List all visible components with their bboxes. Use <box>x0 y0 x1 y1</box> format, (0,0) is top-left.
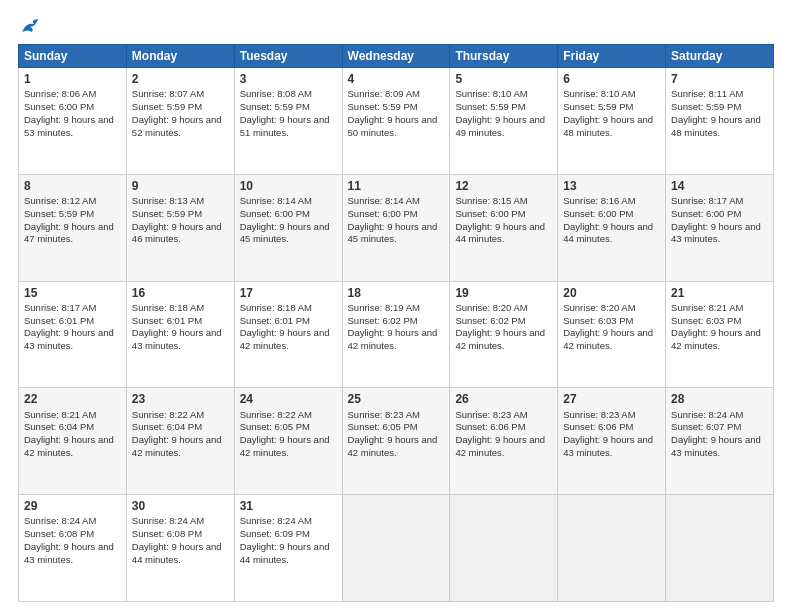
daylight-text: Daylight: 9 hours and 53 minutes. <box>24 114 114 138</box>
header-row: SundayMondayTuesdayWednesdayThursdayFrid… <box>19 45 774 68</box>
calendar-cell: 6Sunrise: 8:10 AMSunset: 5:59 PMDaylight… <box>558 68 666 175</box>
calendar-cell: 31Sunrise: 8:24 AMSunset: 6:09 PMDayligh… <box>234 495 342 602</box>
sunrise-text: Sunrise: 8:20 AM <box>455 302 527 313</box>
sunset-text: Sunset: 5:59 PM <box>132 208 202 219</box>
sunrise-text: Sunrise: 8:15 AM <box>455 195 527 206</box>
daylight-text: Daylight: 9 hours and 45 minutes. <box>348 221 438 245</box>
calendar-cell: 26Sunrise: 8:23 AMSunset: 6:06 PMDayligh… <box>450 388 558 495</box>
calendar-cell <box>450 495 558 602</box>
daylight-text: Daylight: 9 hours and 50 minutes. <box>348 114 438 138</box>
sunset-text: Sunset: 5:59 PM <box>563 101 633 112</box>
sunrise-text: Sunrise: 8:22 AM <box>132 409 204 420</box>
daylight-text: Daylight: 9 hours and 52 minutes. <box>132 114 222 138</box>
day-number: 7 <box>671 71 768 87</box>
sunrise-text: Sunrise: 8:20 AM <box>563 302 635 313</box>
sunrise-text: Sunrise: 8:07 AM <box>132 88 204 99</box>
sunset-text: Sunset: 6:05 PM <box>348 421 418 432</box>
calendar-cell: 21Sunrise: 8:21 AMSunset: 6:03 PMDayligh… <box>666 281 774 388</box>
day-number: 2 <box>132 71 229 87</box>
sunset-text: Sunset: 6:08 PM <box>24 528 94 539</box>
sunrise-text: Sunrise: 8:19 AM <box>348 302 420 313</box>
day-number: 24 <box>240 391 337 407</box>
daylight-text: Daylight: 9 hours and 42 minutes. <box>240 327 330 351</box>
sunset-text: Sunset: 6:05 PM <box>240 421 310 432</box>
day-number: 17 <box>240 285 337 301</box>
calendar-cell: 28Sunrise: 8:24 AMSunset: 6:07 PMDayligh… <box>666 388 774 495</box>
calendar-cell: 11Sunrise: 8:14 AMSunset: 6:00 PMDayligh… <box>342 174 450 281</box>
sunrise-text: Sunrise: 8:21 AM <box>24 409 96 420</box>
day-number: 1 <box>24 71 121 87</box>
day-number: 21 <box>671 285 768 301</box>
calendar-cell: 8Sunrise: 8:12 AMSunset: 5:59 PMDaylight… <box>19 174 127 281</box>
week-row-1: 1Sunrise: 8:06 AMSunset: 6:00 PMDaylight… <box>19 68 774 175</box>
day-number: 30 <box>132 498 229 514</box>
week-row-4: 22Sunrise: 8:21 AMSunset: 6:04 PMDayligh… <box>19 388 774 495</box>
sunrise-text: Sunrise: 8:12 AM <box>24 195 96 206</box>
daylight-text: Daylight: 9 hours and 42 minutes. <box>455 327 545 351</box>
calendar-cell: 10Sunrise: 8:14 AMSunset: 6:00 PMDayligh… <box>234 174 342 281</box>
sunset-text: Sunset: 6:00 PM <box>671 208 741 219</box>
sunset-text: Sunset: 5:59 PM <box>348 101 418 112</box>
calendar-cell: 12Sunrise: 8:15 AMSunset: 6:00 PMDayligh… <box>450 174 558 281</box>
daylight-text: Daylight: 9 hours and 43 minutes. <box>24 327 114 351</box>
calendar-cell <box>558 495 666 602</box>
daylight-text: Daylight: 9 hours and 42 minutes. <box>24 434 114 458</box>
day-number: 22 <box>24 391 121 407</box>
daylight-text: Daylight: 9 hours and 42 minutes. <box>132 434 222 458</box>
calendar-cell: 9Sunrise: 8:13 AMSunset: 5:59 PMDaylight… <box>126 174 234 281</box>
sunrise-text: Sunrise: 8:09 AM <box>348 88 420 99</box>
sunset-text: Sunset: 6:03 PM <box>563 315 633 326</box>
sunrise-text: Sunrise: 8:10 AM <box>455 88 527 99</box>
daylight-text: Daylight: 9 hours and 48 minutes. <box>563 114 653 138</box>
daylight-text: Daylight: 9 hours and 48 minutes. <box>671 114 761 138</box>
sunrise-text: Sunrise: 8:22 AM <box>240 409 312 420</box>
day-number: 8 <box>24 178 121 194</box>
sunrise-text: Sunrise: 8:18 AM <box>240 302 312 313</box>
daylight-text: Daylight: 9 hours and 42 minutes. <box>563 327 653 351</box>
daylight-text: Daylight: 9 hours and 44 minutes. <box>240 541 330 565</box>
sunrise-text: Sunrise: 8:24 AM <box>24 515 96 526</box>
sunrise-text: Sunrise: 8:21 AM <box>671 302 743 313</box>
sunset-text: Sunset: 6:00 PM <box>24 101 94 112</box>
day-number: 23 <box>132 391 229 407</box>
logo-bird-icon <box>20 18 42 36</box>
day-number: 3 <box>240 71 337 87</box>
col-header-thursday: Thursday <box>450 45 558 68</box>
sunset-text: Sunset: 6:00 PM <box>455 208 525 219</box>
daylight-text: Daylight: 9 hours and 46 minutes. <box>132 221 222 245</box>
day-number: 6 <box>563 71 660 87</box>
daylight-text: Daylight: 9 hours and 42 minutes. <box>671 327 761 351</box>
daylight-text: Daylight: 9 hours and 43 minutes. <box>671 434 761 458</box>
day-number: 11 <box>348 178 445 194</box>
col-header-tuesday: Tuesday <box>234 45 342 68</box>
daylight-text: Daylight: 9 hours and 44 minutes. <box>563 221 653 245</box>
daylight-text: Daylight: 9 hours and 42 minutes. <box>455 434 545 458</box>
daylight-text: Daylight: 9 hours and 47 minutes. <box>24 221 114 245</box>
sunrise-text: Sunrise: 8:24 AM <box>671 409 743 420</box>
sunset-text: Sunset: 6:00 PM <box>348 208 418 219</box>
calendar-cell <box>666 495 774 602</box>
day-number: 4 <box>348 71 445 87</box>
daylight-text: Daylight: 9 hours and 44 minutes. <box>132 541 222 565</box>
sunrise-text: Sunrise: 8:16 AM <box>563 195 635 206</box>
day-number: 20 <box>563 285 660 301</box>
calendar-cell: 14Sunrise: 8:17 AMSunset: 6:00 PMDayligh… <box>666 174 774 281</box>
day-number: 10 <box>240 178 337 194</box>
calendar-cell: 18Sunrise: 8:19 AMSunset: 6:02 PMDayligh… <box>342 281 450 388</box>
col-header-friday: Friday <box>558 45 666 68</box>
calendar-cell: 30Sunrise: 8:24 AMSunset: 6:08 PMDayligh… <box>126 495 234 602</box>
sunrise-text: Sunrise: 8:11 AM <box>671 88 743 99</box>
daylight-text: Daylight: 9 hours and 51 minutes. <box>240 114 330 138</box>
sunset-text: Sunset: 6:04 PM <box>24 421 94 432</box>
sunset-text: Sunset: 5:59 PM <box>24 208 94 219</box>
sunrise-text: Sunrise: 8:23 AM <box>455 409 527 420</box>
daylight-text: Daylight: 9 hours and 43 minutes. <box>563 434 653 458</box>
calendar-cell: 4Sunrise: 8:09 AMSunset: 5:59 PMDaylight… <box>342 68 450 175</box>
col-header-sunday: Sunday <box>19 45 127 68</box>
sunrise-text: Sunrise: 8:06 AM <box>24 88 96 99</box>
sunrise-text: Sunrise: 8:17 AM <box>24 302 96 313</box>
calendar-cell: 20Sunrise: 8:20 AMSunset: 6:03 PMDayligh… <box>558 281 666 388</box>
sunset-text: Sunset: 6:06 PM <box>455 421 525 432</box>
sunset-text: Sunset: 6:01 PM <box>240 315 310 326</box>
day-number: 28 <box>671 391 768 407</box>
